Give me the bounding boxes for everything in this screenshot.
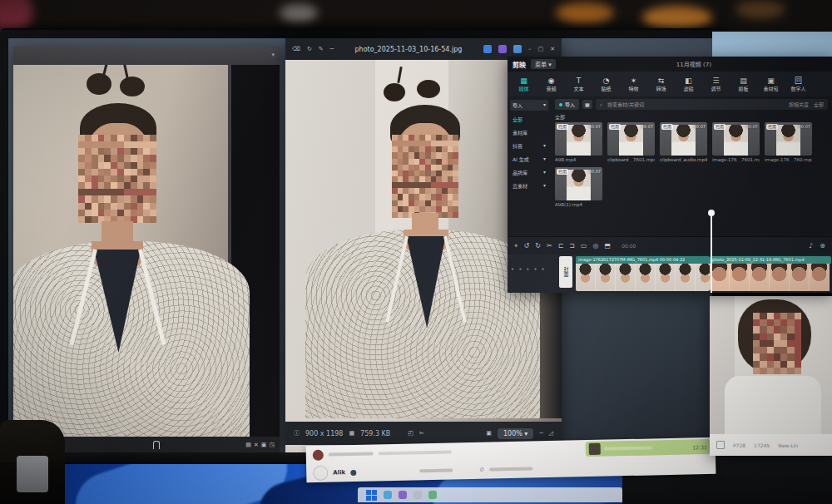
crop-icon[interactable]: ✂	[419, 431, 424, 437]
close-icon[interactable]: ✕	[550, 47, 555, 52]
mute-icon[interactable]: •	[526, 266, 529, 273]
expand-icon[interactable]: ◳	[269, 442, 275, 448]
timeline-clip[interactable]: image-17626172707M-IMG_7601.mp4 00:00:04…	[576, 256, 710, 291]
bubble-image-thumb[interactable]	[589, 443, 601, 455]
delete-left-icon[interactable]: ⊏	[558, 242, 564, 250]
editor-tab-audio[interactable]: ◉音频	[538, 77, 564, 91]
snap-icon[interactable]: ⬒	[605, 242, 612, 250]
cursor-icon[interactable]: ⌖	[514, 242, 518, 250]
import-button[interactable]: 导入	[555, 99, 579, 110]
page-icon[interactable]	[716, 441, 725, 449]
sticker-icon: ◔	[603, 77, 610, 85]
app-shortcut-icon[interactable]	[513, 45, 522, 53]
sidebar-item[interactable]: 素材库	[510, 128, 548, 137]
footer-item[interactable]: 17245	[754, 442, 770, 448]
keyframe-icon[interactable]: ◎	[593, 242, 599, 250]
crop-icon[interactable]: ▭	[581, 242, 587, 250]
editor-tab-text[interactable]: T文本	[566, 77, 592, 91]
used-badge: 已用	[557, 169, 568, 175]
delete-right-icon[interactable]: ⊐	[569, 242, 575, 250]
filter-icon: ◧	[685, 77, 692, 85]
editor-tab-sticker[interactable]: ◔贴纸	[593, 77, 619, 91]
project-title: 11月视频 (7)	[561, 60, 827, 68]
timeline-clip[interactable]: photo_2025-11-09_12-31-18-IMG_7601.mp4	[710, 256, 831, 291]
editor-tab-template[interactable]: ▤模板	[730, 77, 756, 91]
info-icon[interactable]: ⓘ	[294, 431, 300, 437]
fit-icon[interactable]: ◰	[408, 431, 414, 437]
sidebar-item[interactable]: 品牌库▾	[510, 168, 548, 177]
search-input[interactable]: ⌕ 搜索素材/关键词 按相关度 全部	[596, 99, 828, 110]
playhead-line[interactable]	[711, 215, 712, 293]
ceiling-lamp	[642, 5, 712, 30]
media-clip[interactable]: 已用 00:07 A9B(1).mp4	[555, 167, 602, 207]
editor-tab-pack[interactable]: ▣素材包	[758, 77, 784, 91]
media-clip[interactable]: 已用 00:07 A9B.mp4	[555, 122, 602, 162]
bubble-time: 12:31	[692, 444, 706, 450]
redo-icon[interactable]: ↻	[535, 242, 541, 250]
editor-tab-adjust[interactable]: ☰调节	[703, 77, 729, 91]
mic-icon[interactable]	[153, 441, 160, 449]
taskbar-app-icon[interactable]	[414, 491, 422, 499]
scene: ▾ 00:06 00:11 ▤ ✕ ▣ ◳	[0, 0, 832, 504]
video-viewer-titlebar[interactable]: ▾	[13, 47, 280, 65]
hide-icon[interactable]: •	[518, 266, 522, 273]
clip-label: image-17626172707M-IMG_7601.mp4 00:00:04…	[576, 256, 710, 264]
grid-icon[interactable]: ▣	[261, 442, 267, 448]
frame-icon[interactable]: ▣	[486, 431, 492, 437]
start-button[interactable]	[366, 490, 377, 501]
layout-icon[interactable]: ▤	[245, 442, 251, 448]
import-dropdown[interactable]: 导入▾	[510, 100, 548, 111]
sidebar-item[interactable]: 抖音▾	[510, 141, 548, 151]
sidebar-item[interactable]: 全部	[510, 115, 548, 124]
taskbar-app-icon[interactable]	[384, 491, 392, 499]
adjust-icon: ☰	[712, 77, 719, 85]
media-clip[interactable]: 已用 00:07 image-176__7601.mp4	[712, 122, 760, 162]
footer-item[interactable]: P728	[733, 442, 745, 448]
voiceover-icon[interactable]: ♪	[809, 242, 813, 250]
side-window-footer: P72817245New-Lin	[710, 434, 832, 456]
main-track-icon[interactable]: •	[542, 266, 545, 273]
editor-tab-avatar[interactable]: 回数字人	[785, 77, 811, 91]
link-icon[interactable]: •	[533, 266, 537, 273]
editor-tab-transition[interactable]: ⇆转场	[648, 77, 674, 91]
chat-bubble[interactable]: 12:31	[586, 439, 711, 457]
cover-button[interactable]: 封面	[559, 256, 572, 288]
message-text	[379, 450, 452, 455]
clip-filename: clipboard__7601.mp4	[607, 157, 655, 162]
close-icon[interactable]: ✕	[254, 442, 259, 448]
folder-view-icon[interactable]: ▦	[582, 100, 592, 109]
minimize-strip-icon[interactable]: ─	[539, 431, 542, 437]
zoom-level-dropdown[interactable]: 100% ▾	[498, 428, 533, 439]
lock-icon[interactable]: •	[511, 266, 514, 273]
window-menu-icon[interactable]: ▾	[271, 52, 275, 58]
delete-icon[interactable]: ⌫	[292, 47, 300, 52]
sidebar-item[interactable]: AI 生成▾	[510, 155, 548, 164]
clip-filename: clipboard_audio.mp4	[660, 157, 707, 162]
editor-tab-filter[interactable]: ◧滤镜	[676, 77, 701, 91]
resize-icon[interactable]: ◿	[549, 431, 553, 437]
split-icon[interactable]: ✂	[547, 242, 552, 250]
edit-icon[interactable]: ✎	[319, 47, 324, 52]
media-clip[interactable]: 已用 00:07 clipboard_audio.mp4	[660, 122, 707, 162]
add-track-icon[interactable]: ⊕	[820, 242, 825, 250]
minus-icon[interactable]: ─	[330, 47, 334, 52]
media-clip[interactable]: 已用 00:07 image-176__760.mp4	[765, 122, 812, 162]
editor-tab-effect[interactable]: ✶特效	[621, 77, 646, 91]
sidebar-item[interactable]: 云素材▾	[510, 181, 548, 190]
hair-bun	[120, 77, 145, 96]
media-clip[interactable]: 已用 00:07 clipboard__7601.mp4	[607, 122, 655, 162]
minimize-icon[interactable]: –	[528, 47, 532, 52]
rotate-icon[interactable]: ↻	[307, 47, 312, 52]
footer-item[interactable]: New-Lin	[778, 442, 798, 448]
taskbar-app-icon[interactable]	[399, 491, 407, 499]
menu-button[interactable]: 菜单 ▾	[531, 59, 556, 69]
maximize-icon[interactable]: ▢	[538, 47, 544, 52]
taskbar-app-icon[interactable]	[428, 491, 437, 499]
editor-tab-media[interactable]: ▦媒体	[511, 77, 537, 91]
hair-bun	[87, 73, 111, 95]
app-shortcut-icon[interactable]	[498, 45, 507, 53]
app-shortcut-icon[interactable]	[483, 45, 492, 53]
undo-icon[interactable]: ↺	[524, 242, 530, 250]
media-grid: 已用 00:07 A9B.mp4 已用 00:07 clipboard__760…	[555, 122, 828, 207]
attach-icon[interactable]: ⊘	[479, 467, 484, 472]
